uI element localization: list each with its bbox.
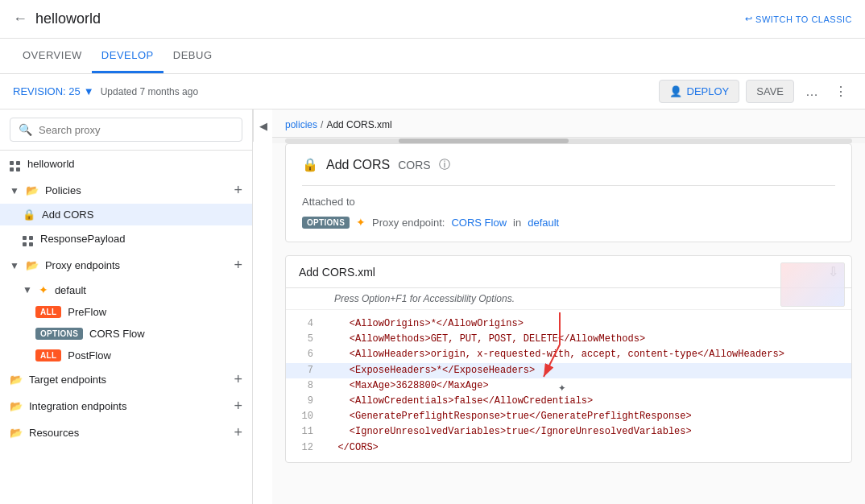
sidebar-item-add-cors[interactable]: 🔒 Add CORS bbox=[0, 204, 252, 225]
sidebar-section-proxy-endpoints[interactable]: ▼ 📂 Proxy endpoints + bbox=[0, 252, 252, 279]
endpoint-icon: ✦ bbox=[356, 216, 366, 229]
top-bar: ← helloworld ↩ SWITCH TO CLASSIC bbox=[0, 0, 865, 39]
chevron-down-icon: ▼ bbox=[10, 185, 19, 196]
line-content: <MaxAge>3628800</MaxAge> bbox=[326, 378, 851, 394]
policy-card: 🔒 Add CORS CORS ⓘ Attached to OPTIONS ✦ … bbox=[285, 143, 852, 242]
line-number: 12 bbox=[286, 440, 326, 456]
add-cors-label: Add CORS bbox=[42, 209, 93, 221]
policy-title: Add CORS bbox=[326, 158, 390, 172]
sidebar-item-default[interactable]: ▼ ✦ default bbox=[0, 279, 252, 301]
code-editor-header: Add CORS.xml ⇩ bbox=[286, 256, 851, 288]
line-number: 7 bbox=[286, 363, 326, 378]
app-label: helloworld bbox=[27, 158, 75, 170]
h-scroll-thumb[interactable] bbox=[399, 138, 569, 143]
code-line: 7 <ExposeHeaders>*</ExposeHeaders> bbox=[286, 363, 851, 378]
folder-icon-proxy: 📂 bbox=[26, 259, 39, 271]
cors-flow-link[interactable]: CORS Flow bbox=[451, 217, 507, 229]
chevron-down-icon-proxy: ▼ bbox=[10, 260, 19, 271]
code-line: 10 <GeneratePreflightResponse>true</Gene… bbox=[286, 409, 851, 424]
add-proxy-endpoint-button[interactable]: + bbox=[234, 257, 242, 274]
breadcrumb-separator: / bbox=[321, 119, 323, 130]
line-content: <AllowHeaders>origin, x-requested-with, … bbox=[326, 347, 851, 362]
switch-classic-label: SWITCH TO CLASSIC bbox=[755, 14, 852, 24]
collapse-icon: ◀ bbox=[259, 120, 267, 132]
policy-lock-icon: 🔒 bbox=[302, 157, 318, 172]
response-payload-label: ResponsePayload bbox=[40, 233, 126, 245]
folder-icon-target: 📂 bbox=[10, 374, 23, 386]
resources-label: Resources bbox=[29, 427, 79, 439]
sidebar-section-integration-endpoints[interactable]: 📂 Integration endpoints + bbox=[0, 393, 252, 419]
in-label: in bbox=[513, 217, 521, 229]
default-label: default bbox=[55, 284, 86, 296]
code-area[interactable]: 4 <AllowOrigins>*</AllowOrigins>5 <Allow… bbox=[286, 310, 851, 462]
folder-icon-resources: 📂 bbox=[10, 427, 23, 439]
tab-develop[interactable]: DEVELOP bbox=[92, 39, 163, 73]
breadcrumb-policies[interactable]: policies bbox=[285, 119, 317, 130]
policies-section-left: ▼ 📂 Policies bbox=[10, 184, 81, 196]
line-number: 6 bbox=[286, 347, 326, 362]
line-number: 8 bbox=[286, 378, 326, 394]
proxy-endpoints-label: Proxy endpoints bbox=[45, 259, 120, 271]
sidebar-collapse-toggle[interactable]: ◀ bbox=[253, 109, 272, 142]
add-resource-button[interactable]: + bbox=[234, 424, 242, 441]
add-policy-button[interactable]: + bbox=[234, 182, 242, 199]
app-title: helloworld bbox=[35, 10, 101, 27]
h-scroll-track bbox=[285, 138, 852, 143]
line-content: <ExposeHeaders>*</ExposeHeaders> bbox=[326, 363, 851, 378]
sidebar-item-postflow[interactable]: ALL PostFlow bbox=[0, 345, 252, 366]
more-options-button[interactable]: … bbox=[801, 80, 823, 104]
sidebar-item-preflow[interactable]: ALL PreFlow bbox=[0, 301, 252, 323]
sidebar-item-cors-flow[interactable]: OPTIONS CORS Flow bbox=[0, 323, 252, 345]
main-layout: 🔍 helloworld ▼ 📂 Policies + bbox=[0, 109, 865, 504]
kebab-menu-button[interactable]: ⋮ bbox=[830, 79, 852, 104]
line-number: 10 bbox=[286, 409, 326, 424]
code-minimap bbox=[780, 262, 845, 307]
attached-detail: OPTIONS ✦ Proxy endpoint: CORS Flow in d… bbox=[302, 216, 835, 229]
resources-left: 📂 Resources bbox=[10, 427, 79, 439]
line-number: 9 bbox=[286, 394, 326, 409]
sidebar-item-app[interactable]: helloworld bbox=[0, 151, 252, 177]
add-integration-endpoint-button[interactable]: + bbox=[234, 398, 242, 415]
code-line: 9 <AllowCredentials>false</AllowCredenti… bbox=[286, 394, 851, 409]
nav-tabs: OVERVIEW DEVELOP DEBUG bbox=[0, 39, 865, 74]
tab-debug[interactable]: DEBUG bbox=[163, 39, 222, 73]
breadcrumb: policies / Add CORS.xml bbox=[272, 109, 865, 137]
attached-to-label: Attached to bbox=[302, 196, 835, 208]
search-input[interactable] bbox=[39, 124, 234, 136]
badge-all-preflow: ALL bbox=[35, 306, 61, 318]
policies-label: Policies bbox=[45, 184, 81, 196]
add-target-endpoint-button[interactable]: + bbox=[234, 371, 242, 388]
line-content: <AllowMethods>GET, PUT, POST, DELETE</Al… bbox=[326, 332, 851, 347]
revision-bar: REVISION: 25 ▼ Updated 7 months ago 👤 DE… bbox=[0, 74, 865, 109]
grid-icon-policy bbox=[23, 230, 34, 247]
target-endpoints-label: Target endpoints bbox=[29, 374, 106, 386]
tab-overview[interactable]: OVERVIEW bbox=[13, 39, 92, 73]
proxy-prefix: Proxy endpoint: bbox=[372, 217, 445, 229]
line-number: 5 bbox=[286, 332, 326, 347]
deploy-icon: 👤 bbox=[669, 85, 682, 97]
switch-to-classic-button[interactable]: ↩ SWITCH TO CLASSIC bbox=[745, 14, 852, 24]
revision-label[interactable]: REVISION: 25 ▼ bbox=[13, 85, 94, 97]
sidebar-section-target-endpoints[interactable]: 📂 Target endpoints + bbox=[0, 366, 252, 393]
deploy-button[interactable]: 👤 DEPLOY bbox=[659, 80, 740, 103]
sidebar-item-response-payload[interactable]: ResponsePayload bbox=[0, 225, 252, 252]
h-scrollbar[interactable] bbox=[272, 137, 865, 143]
sparkle-icon: ✦ bbox=[558, 378, 566, 399]
save-button[interactable]: SAVE bbox=[746, 80, 794, 103]
default-link[interactable]: default bbox=[528, 217, 559, 229]
sidebar-section-resources[interactable]: 📂 Resources + bbox=[0, 419, 252, 446]
preflow-label: PreFlow bbox=[68, 306, 106, 318]
switch-classic-icon: ↩ bbox=[745, 14, 753, 24]
postflow-label: PostFlow bbox=[68, 349, 110, 361]
folder-icon: 📂 bbox=[26, 184, 39, 196]
sidebar-section-policies[interactable]: ▼ 📂 Policies + bbox=[0, 177, 252, 204]
info-icon[interactable]: ⓘ bbox=[439, 158, 450, 172]
search-input-wrap[interactable]: 🔍 bbox=[10, 118, 242, 142]
policy-type: CORS bbox=[398, 159, 430, 171]
line-content: <IgnoreUnresolvedVariables>true</IgnoreU… bbox=[326, 424, 851, 440]
line-content: <GeneratePreflightResponse>true</Generat… bbox=[326, 409, 851, 424]
revision-right: 👤 DEPLOY SAVE … ⋮ bbox=[659, 79, 852, 104]
folder-icon-integration: 📂 bbox=[10, 400, 23, 412]
back-icon[interactable]: ← bbox=[13, 10, 27, 27]
cors-flow-label: CORS Flow bbox=[89, 328, 145, 340]
